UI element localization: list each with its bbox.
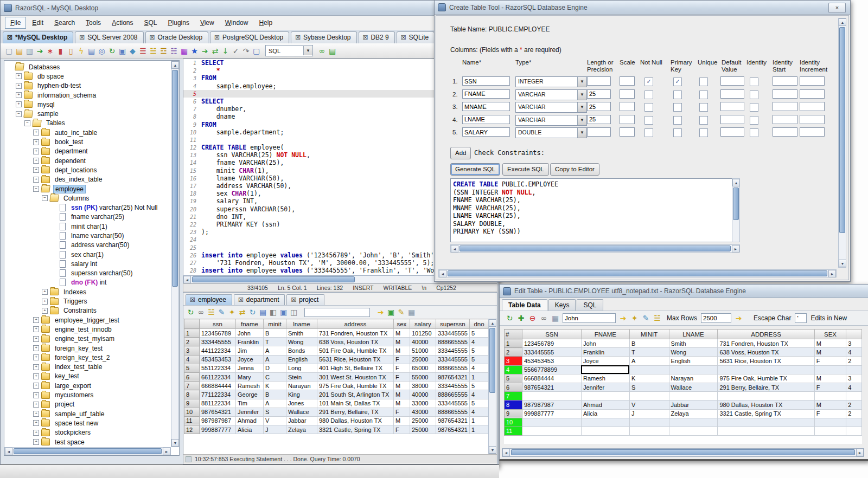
close-icon[interactable]: ☒ xyxy=(401,35,406,40)
connection-tab-sqlite[interactable]: ☒SQLite xyxy=(397,31,435,43)
maxrows-go-icon[interactable]: ➔ xyxy=(733,313,744,323)
expand-plus-icon[interactable]: + xyxy=(33,317,39,323)
tree-item-lname-varchar-50[interactable]: lname varchar(50) xyxy=(5,231,170,240)
cell[interactable] xyxy=(718,365,814,374)
edit-tab-keys[interactable]: Keys xyxy=(548,299,576,311)
scroll-left-icon[interactable]: ◄ xyxy=(439,270,446,277)
column-header-sex[interactable]: SEX xyxy=(814,330,846,339)
close-icon[interactable]: ☒ xyxy=(190,297,195,302)
results-vertical-scrollbar[interactable]: ▲ ▼ xyxy=(488,319,496,454)
cell[interactable]: King xyxy=(286,390,317,399)
cell[interactable]: 987987987 xyxy=(522,401,581,409)
column-header-lname[interactable]: lname xyxy=(286,319,317,329)
row-number[interactable]: 2 xyxy=(505,348,522,357)
connection-tab-oracle-desktop[interactable]: ☒Oracle Desktop xyxy=(145,31,209,43)
identity-start-input[interactable] xyxy=(773,102,797,111)
identity-checkbox[interactable] xyxy=(750,103,758,112)
cell[interactable]: 33000 xyxy=(410,399,436,408)
go-icon[interactable]: ➔ xyxy=(375,307,386,317)
cell[interactable]: 987654321 xyxy=(436,425,469,434)
length-precision-input[interactable] xyxy=(587,89,611,99)
cell[interactable] xyxy=(629,392,669,401)
edit-arrow-icon[interactable]: ✎ xyxy=(640,313,652,323)
cell[interactable]: 731 Fondren, Houston TX xyxy=(718,339,814,348)
identity-start-input[interactable] xyxy=(773,89,797,99)
page-icon[interactable]: ▢ xyxy=(251,46,261,56)
column-name-input[interactable] xyxy=(462,127,510,137)
delete-row-icon[interactable]: ⊖ xyxy=(527,313,538,323)
close-icon[interactable]: ☒ xyxy=(214,35,220,40)
identity-checkbox[interactable] xyxy=(750,128,758,137)
filter-icon[interactable]: ☵ xyxy=(169,46,179,56)
tree-item-minit-char-1[interactable]: minit char(1) xyxy=(5,222,170,231)
row-number[interactable]: 7 xyxy=(184,382,200,390)
row-number[interactable]: 6 xyxy=(184,372,200,381)
expand-plus-icon[interactable]: + xyxy=(33,430,39,436)
cell[interactable]: 2 xyxy=(846,401,862,409)
cell[interactable]: 2 xyxy=(846,409,862,418)
expand-plus-icon[interactable]: + xyxy=(33,345,39,351)
collapse-minus-icon[interactable]: − xyxy=(33,186,39,192)
cell[interactable]: M xyxy=(393,346,410,355)
cell[interactable]: M xyxy=(814,348,846,357)
close-icon[interactable]: ☒ xyxy=(238,297,244,302)
cell[interactable]: 987654321 xyxy=(436,372,469,381)
tree-item-stockpickers[interactable]: +stockpickers xyxy=(5,428,170,437)
tree-item-salary-int[interactable]: salary int xyxy=(5,259,170,268)
cell[interactable] xyxy=(718,418,814,427)
identity-checkbox[interactable] xyxy=(750,116,758,125)
cell[interactable]: S xyxy=(629,383,669,391)
identity-start-input[interactable] xyxy=(773,76,797,86)
tree-item-superssn-varchar-50[interactable]: superssn varchar(50) xyxy=(5,269,170,278)
close-icon[interactable]: ☒ xyxy=(150,35,155,40)
tree-item-constraints[interactable]: +Constraints xyxy=(5,306,170,315)
cell[interactable]: M xyxy=(814,339,846,348)
row-number[interactable]: 11 xyxy=(505,427,522,435)
identity-increment-input[interactable] xyxy=(800,89,825,99)
column-header-minit[interactable]: MINIT xyxy=(629,330,669,339)
close-icon[interactable]: ☒ xyxy=(7,35,12,40)
edit-table-titlebar[interactable]: Edit Table - PUBLIC.EMPLOYEE utf8_notepa… xyxy=(500,285,868,298)
cell[interactable]: 1 xyxy=(469,372,488,381)
cell[interactable]: 4 xyxy=(846,383,862,391)
star-icon[interactable]: ★ xyxy=(189,46,200,56)
tree-item-address-varchar-50[interactable]: address varchar(50) xyxy=(5,241,170,250)
cell[interactable]: Jones xyxy=(286,399,317,408)
close-icon[interactable]: ☒ xyxy=(295,35,301,40)
glasses-green-icon[interactable]: ∞ xyxy=(317,46,327,56)
cell[interactable]: 3 xyxy=(846,339,862,348)
cell[interactable]: 771122334 xyxy=(199,390,235,399)
identity-checkbox[interactable] xyxy=(750,77,758,86)
expand-plus-icon[interactable]: + xyxy=(33,392,39,398)
link-icon[interactable]: ⇄ xyxy=(237,307,247,317)
cell[interactable]: 501 Fire Oak, Humble TX xyxy=(317,346,393,355)
cell[interactable]: Long xyxy=(286,364,317,372)
cell[interactable] xyxy=(581,365,629,374)
cell[interactable]: 401 High St, Bellaire TX xyxy=(317,364,393,372)
menu-actions[interactable]: Actions xyxy=(107,17,138,28)
cell[interactable]: F xyxy=(393,355,410,364)
cell[interactable]: 65000 xyxy=(410,364,436,372)
cell[interactable]: Wallace xyxy=(669,383,718,391)
create-table-titlebar[interactable]: Create Table Tool - RazorSQL Database En… xyxy=(435,1,850,15)
scale-input[interactable] xyxy=(620,127,635,137)
edit-gold-icon[interactable]: ✎ xyxy=(396,307,406,317)
cell[interactable]: 101250 xyxy=(410,329,436,338)
not-null-checkbox[interactable] xyxy=(644,103,653,112)
cell[interactable] xyxy=(718,427,814,435)
grid-icon[interactable]: ▦ xyxy=(179,46,189,56)
cell[interactable]: M xyxy=(393,416,410,425)
down-icon[interactable]: ↓ xyxy=(220,46,231,56)
cell[interactable]: 980 Dallas, Houston TX xyxy=(718,401,814,409)
tree-scroll-thumb[interactable] xyxy=(172,70,178,287)
expand-plus-icon[interactable]: + xyxy=(33,130,39,135)
diamond-icon[interactable]: ◆ xyxy=(127,46,138,56)
collapse-minus-icon[interactable]: − xyxy=(24,120,30,126)
cell[interactable]: 888665555 xyxy=(436,364,469,372)
cell[interactable]: F xyxy=(393,408,410,416)
view-icon[interactable]: ∞ xyxy=(538,313,550,323)
column-header-address[interactable]: ADDRESS xyxy=(718,330,814,339)
cell[interactable]: Jabbar xyxy=(286,416,317,425)
tree-item-mycustomers[interactable]: +mycustomers xyxy=(5,390,170,399)
results-tab-department[interactable]: ☒department xyxy=(234,294,285,305)
